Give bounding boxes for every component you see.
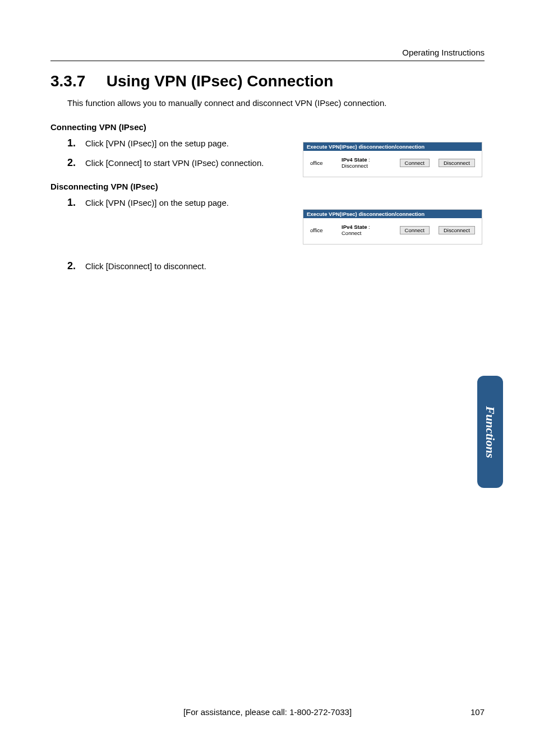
disconnecting-step-1: Click [VPN (IPsec)] on the setup page. — [67, 197, 292, 209]
panel1-state: IPv4 State : Disconnect — [342, 156, 391, 169]
connecting-step-1: Click [VPN (IPsec)] on the setup page. — [67, 137, 292, 149]
vpn-panel-connected: Execute VPN(IPsec) disconnection/connect… — [303, 209, 482, 245]
section-heading-text: Using VPN (IPsec) Connection — [107, 72, 334, 90]
vpn-panel-disconnected: Execute VPN(IPsec) disconnection/connect… — [303, 142, 482, 177]
disconnecting-steps-1: Click [VPN (IPsec)] on the setup page. — [50, 197, 292, 209]
connecting-step-2: Click [Connect] to start VPN (IPsec) con… — [67, 157, 292, 169]
panel2-connect-button[interactable]: Connect — [400, 226, 430, 234]
panel1-row: office IPv4 State : Disconnect Connect D… — [303, 151, 482, 177]
panel1-office-label: office — [310, 160, 333, 166]
panel2-titlebar: Execute VPN(IPsec) disconnection/connect… — [303, 210, 482, 218]
panel2-disconnect-button[interactable]: Disconnect — [439, 226, 475, 234]
disconnecting-steps-2: Click [Disconnect] to disconnect. — [50, 260, 485, 272]
panel1-state-value: Disconnect — [342, 163, 368, 169]
header-right: Operating Instructions — [50, 48, 485, 57]
panel2-state-value: Connect — [342, 230, 361, 236]
page-number: 107 — [471, 707, 485, 717]
footer-assist: [For assistance, please call: 1-800-272-… — [0, 707, 535, 717]
side-tab-functions: Functions — [477, 376, 503, 488]
side-tab-label: Functions — [483, 406, 497, 458]
panel2-state: IPv4 State : Connect — [342, 224, 391, 236]
connecting-heading: Connecting VPN (IPsec) — [50, 122, 485, 132]
panel1-state-label: IPv4 State — [342, 156, 367, 163]
panel1-titlebar: Execute VPN(IPsec) disconnection/connect… — [303, 142, 482, 151]
panel2-office-label: office — [310, 227, 333, 233]
connecting-steps: Click [VPN (IPsec)] on the setup page. C… — [50, 137, 292, 169]
panel2-state-label: IPv4 State — [342, 224, 367, 230]
intro-text: This function allows you to manually con… — [67, 98, 485, 108]
panel1-disconnect-button[interactable]: Disconnect — [439, 159, 475, 167]
header-rule — [50, 61, 485, 61]
section-number: 3.3.7 — [50, 72, 102, 90]
disconnecting-step-2: Click [Disconnect] to disconnect. — [67, 260, 485, 272]
panel1-connect-button[interactable]: Connect — [400, 159, 430, 167]
disconnecting-heading: Disconnecting VPN (IPsec) — [50, 182, 485, 191]
section-title: 3.3.7 Using VPN (IPsec) Connection — [50, 72, 485, 90]
panel2-row: office IPv4 State : Connect Connect Disc… — [303, 218, 482, 244]
